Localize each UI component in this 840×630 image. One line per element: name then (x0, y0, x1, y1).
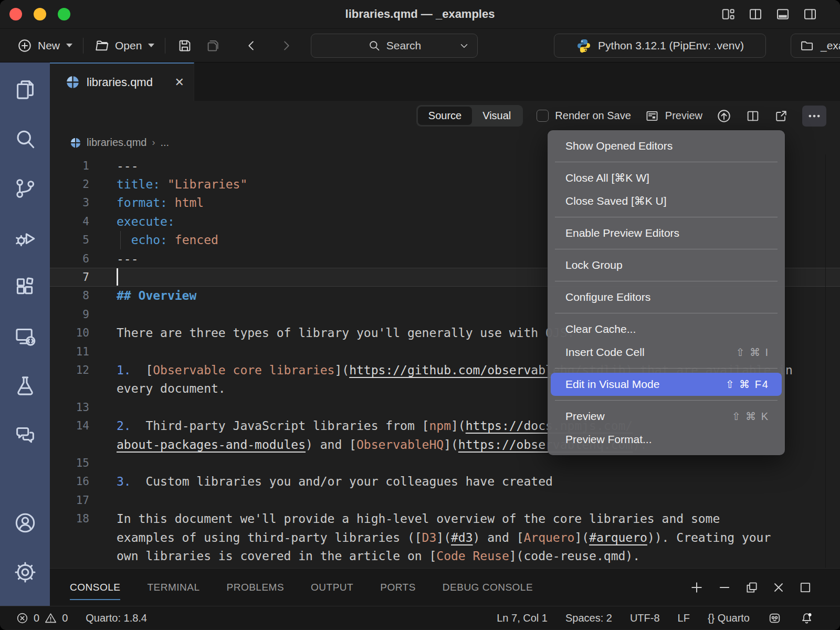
activity-bar-item-explorer[interactable] (9, 74, 41, 106)
tab-libraries-qmd[interactable]: libraries.qmd ✕ (50, 62, 194, 101)
panel-tab-output[interactable]: OUTPUT (311, 569, 353, 606)
panel-tab-console[interactable]: CONSOLE (70, 569, 120, 606)
new-button[interactable]: New (12, 38, 78, 54)
menu-item-shortcut: ⇧ ⌘ F4 (726, 378, 769, 391)
chevron-down-icon[interactable] (458, 40, 470, 51)
menu-item-configure-editors[interactable]: Configure Editors (551, 286, 782, 309)
publish-icon[interactable] (716, 108, 732, 124)
close-window-button[interactable] (9, 8, 22, 20)
open-button[interactable]: Open (89, 38, 160, 54)
toggle-panel-icon[interactable] (775, 6, 791, 22)
activity-bar-item-account[interactable] (9, 507, 41, 539)
activity-bar-item-chat[interactable] (9, 419, 41, 451)
open-button-label: Open (115, 39, 142, 52)
menu-item-clear-cache[interactable]: Clear Cache... (551, 318, 782, 341)
tab-close-icon[interactable]: ✕ (175, 76, 184, 89)
split-editor-icon[interactable] (748, 6, 763, 22)
feedback-smiley-icon[interactable] (768, 611, 782, 625)
more-actions-icon[interactable] (802, 106, 826, 127)
account-icon (13, 511, 37, 535)
render-on-save-option[interactable]: Render on Save (537, 110, 631, 122)
status-item-utf-8[interactable]: UTF-8 (630, 612, 660, 624)
render-on-save-checkbox[interactable] (537, 110, 549, 122)
back-icon[interactable] (244, 38, 259, 53)
sessions-icon (13, 324, 37, 349)
activity-bar-item-search[interactable] (9, 123, 41, 155)
visual-mode-button[interactable]: Visual (472, 107, 521, 125)
code-text: --- (117, 159, 139, 173)
status-item-lf[interactable]: LF (678, 612, 690, 624)
menu-item-preview-format[interactable]: Preview Format... (551, 428, 782, 451)
save-all-icon[interactable] (205, 38, 221, 54)
minimize-window-button[interactable] (34, 8, 46, 20)
chevron-down-icon (148, 44, 154, 47)
customize-layout-icon[interactable] (720, 6, 736, 22)
menu-item-insert-code-cell[interactable]: Insert Code Cell⇧ ⌘ I (551, 341, 782, 364)
code-line-15[interactable]: 15 (50, 454, 840, 472)
status-item-quarto-1-8-4[interactable]: Quarto: 1.8.4 (86, 612, 147, 624)
menu-separator (555, 217, 778, 217)
bottom-panel-tabbar: CONSOLETERMINALPROBLEMSOUTPUTPORTSDEBUG … (50, 568, 840, 606)
close-icon[interactable] (771, 580, 786, 595)
menu-item-close-all-k-w[interactable]: Close All [⌘K W] (551, 166, 782, 190)
zoom-window-button[interactable] (58, 8, 70, 20)
menu-separator (555, 281, 778, 281)
status-bar-right: Ln 7, Col 1Spaces: 2UTF-8LF{} Quarto (497, 611, 814, 625)
run-debug-icon (13, 226, 37, 250)
status-item-spaces-2[interactable]: Spaces: 2 (565, 612, 612, 624)
activity-bar-item-extensions[interactable] (9, 271, 41, 303)
activity-bar-item-testing[interactable] (9, 370, 41, 402)
menu-item-close-saved-k-u[interactable]: Close Saved [⌘K U] (551, 190, 782, 213)
status-item-ln-7-col-1[interactable]: Ln 7, Col 1 (497, 612, 548, 624)
maximize-panel-icon[interactable] (798, 580, 813, 595)
toolbar-divider (83, 38, 83, 54)
split-editor-icon[interactable] (746, 109, 760, 123)
workspace-button[interactable]: _examples (791, 34, 840, 58)
activity-bar-item-sessions[interactable] (9, 321, 41, 352)
plus-icon[interactable] (689, 580, 705, 595)
forward-icon[interactable] (279, 38, 293, 53)
chevron-down-icon (66, 44, 72, 47)
panel-tab-problems[interactable]: PROBLEMS (227, 569, 285, 606)
code-text: 3. Custom libraries you and/or your coll… (117, 475, 553, 488)
line-number: 8 (50, 289, 89, 302)
save-icon[interactable] (177, 38, 193, 54)
preview-button[interactable]: Preview (645, 109, 702, 123)
menu-item-lock-group[interactable]: Lock Group (551, 254, 782, 277)
menu-separator (555, 368, 778, 369)
menu-item-edit-in-visual-mode[interactable]: Edit in Visual Mode⇧ ⌘ F4 (551, 373, 782, 396)
menu-item-enable-preview-editors[interactable]: Enable Preview Editors (551, 222, 782, 245)
line-number: 17 (50, 494, 89, 507)
line-number: 14 (50, 419, 89, 432)
open-in-new-window-icon[interactable] (774, 109, 789, 123)
code-line-18[interactable]: 18In this document we'll provide a high-… (50, 509, 840, 528)
menu-item-preview[interactable]: Preview⇧ ⌘ K (551, 405, 782, 428)
code-line-16[interactable]: 163. Custom libraries you and/or your co… (50, 472, 840, 491)
panel-tab-ports[interactable]: PORTS (380, 569, 416, 606)
source-mode-button[interactable]: Source (418, 107, 472, 125)
code-line-17[interactable]: 17 (50, 491, 840, 509)
code-text: There are three types of library you'll … (117, 326, 574, 340)
toggle-secondary-sidebar-icon[interactable] (802, 6, 818, 22)
minimize-icon[interactable] (717, 580, 732, 595)
search-input[interactable]: Search (311, 34, 478, 58)
notifications-bell-icon[interactable] (800, 611, 814, 625)
interpreter-selector[interactable]: Python 3.12.1 (PipEnv: .venv) (554, 34, 766, 58)
restore-panel-icon[interactable] (744, 580, 759, 595)
code-line-wrap[interactable]: own libraries is covered in the article … (50, 547, 840, 565)
panel-tab-terminal[interactable]: TERMINAL (147, 569, 200, 606)
activity-bar-item-settings-gear[interactable] (9, 556, 41, 588)
code-line-wrap[interactable]: examples of using third-party libraries … (50, 528, 840, 547)
editor-action-bar: Source Visual Render on Save Preview (50, 101, 840, 131)
menu-item-label: Close All [⌘K W] (565, 172, 649, 184)
activity-bar-item-run-debug[interactable] (9, 222, 41, 254)
menu-item-show-opened-editors[interactable]: Show Opened Editors (551, 134, 782, 158)
menu-item-label: Edit in Visual Mode (565, 378, 659, 391)
breadcrumb-file[interactable]: libraries.qmd (87, 136, 146, 149)
status-item-quarto[interactable]: {} Quarto (708, 612, 750, 624)
breadcrumb-more[interactable]: ... (160, 136, 169, 149)
code-text: title: "Libraries" (117, 177, 247, 191)
activity-bar-item-source-control[interactable] (9, 173, 41, 204)
panel-tab-debug-console[interactable]: DEBUG CONSOLE (443, 569, 533, 606)
problems-status[interactable]: 00 (16, 612, 68, 625)
